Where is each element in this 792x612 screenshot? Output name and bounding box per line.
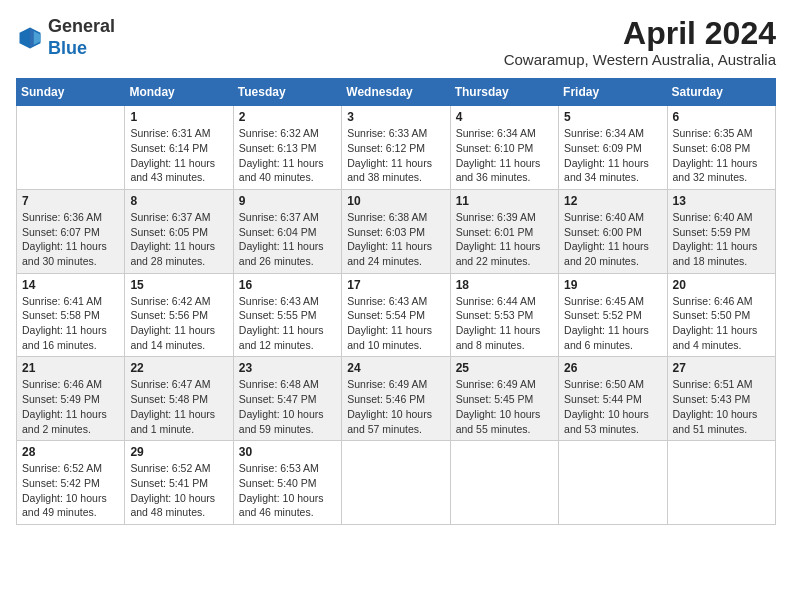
calendar-table: SundayMondayTuesdayWednesdayThursdayFrid…: [16, 78, 776, 525]
calendar-cell: 4Sunrise: 6:34 AM Sunset: 6:10 PM Daylig…: [450, 106, 558, 190]
day-number: 1: [130, 110, 227, 124]
day-info: Sunrise: 6:35 AM Sunset: 6:08 PM Dayligh…: [673, 126, 770, 185]
day-info: Sunrise: 6:51 AM Sunset: 5:43 PM Dayligh…: [673, 377, 770, 436]
day-number: 20: [673, 278, 770, 292]
col-header-tuesday: Tuesday: [233, 79, 341, 106]
calendar-cell: 24Sunrise: 6:49 AM Sunset: 5:46 PM Dayli…: [342, 357, 450, 441]
day-info: Sunrise: 6:46 AM Sunset: 5:49 PM Dayligh…: [22, 377, 119, 436]
day-info: Sunrise: 6:36 AM Sunset: 6:07 PM Dayligh…: [22, 210, 119, 269]
title-block: April 2024 Cowaramup, Western Australia,…: [504, 16, 776, 68]
calendar-week-row: 7Sunrise: 6:36 AM Sunset: 6:07 PM Daylig…: [17, 189, 776, 273]
page-header: General Blue April 2024 Cowaramup, Weste…: [16, 16, 776, 68]
calendar-cell: 18Sunrise: 6:44 AM Sunset: 5:53 PM Dayli…: [450, 273, 558, 357]
day-info: Sunrise: 6:37 AM Sunset: 6:05 PM Dayligh…: [130, 210, 227, 269]
day-number: 5: [564, 110, 661, 124]
day-number: 4: [456, 110, 553, 124]
col-header-wednesday: Wednesday: [342, 79, 450, 106]
calendar-cell: 6Sunrise: 6:35 AM Sunset: 6:08 PM Daylig…: [667, 106, 775, 190]
calendar-cell: 15Sunrise: 6:42 AM Sunset: 5:56 PM Dayli…: [125, 273, 233, 357]
day-info: Sunrise: 6:45 AM Sunset: 5:52 PM Dayligh…: [564, 294, 661, 353]
day-info: Sunrise: 6:44 AM Sunset: 5:53 PM Dayligh…: [456, 294, 553, 353]
calendar-cell: 8Sunrise: 6:37 AM Sunset: 6:05 PM Daylig…: [125, 189, 233, 273]
calendar-cell: [667, 441, 775, 525]
calendar-cell: 29Sunrise: 6:52 AM Sunset: 5:41 PM Dayli…: [125, 441, 233, 525]
day-info: Sunrise: 6:49 AM Sunset: 5:45 PM Dayligh…: [456, 377, 553, 436]
calendar-week-row: 1Sunrise: 6:31 AM Sunset: 6:14 PM Daylig…: [17, 106, 776, 190]
logo-blue-text: Blue: [48, 38, 87, 58]
day-info: Sunrise: 6:40 AM Sunset: 6:00 PM Dayligh…: [564, 210, 661, 269]
calendar-week-row: 28Sunrise: 6:52 AM Sunset: 5:42 PM Dayli…: [17, 441, 776, 525]
calendar-week-row: 14Sunrise: 6:41 AM Sunset: 5:58 PM Dayli…: [17, 273, 776, 357]
calendar-cell: 10Sunrise: 6:38 AM Sunset: 6:03 PM Dayli…: [342, 189, 450, 273]
calendar-cell: 28Sunrise: 6:52 AM Sunset: 5:42 PM Dayli…: [17, 441, 125, 525]
day-number: 6: [673, 110, 770, 124]
day-number: 2: [239, 110, 336, 124]
day-number: 28: [22, 445, 119, 459]
calendar-cell: 13Sunrise: 6:40 AM Sunset: 5:59 PM Dayli…: [667, 189, 775, 273]
day-number: 19: [564, 278, 661, 292]
calendar-cell: [450, 441, 558, 525]
calendar-cell: [559, 441, 667, 525]
col-header-saturday: Saturday: [667, 79, 775, 106]
day-number: 15: [130, 278, 227, 292]
day-number: 12: [564, 194, 661, 208]
calendar-cell: 26Sunrise: 6:50 AM Sunset: 5:44 PM Dayli…: [559, 357, 667, 441]
svg-marker-2: [30, 27, 34, 48]
logo: General Blue: [16, 16, 115, 59]
day-info: Sunrise: 6:50 AM Sunset: 5:44 PM Dayligh…: [564, 377, 661, 436]
day-number: 30: [239, 445, 336, 459]
day-number: 23: [239, 361, 336, 375]
day-number: 21: [22, 361, 119, 375]
calendar-cell: 19Sunrise: 6:45 AM Sunset: 5:52 PM Dayli…: [559, 273, 667, 357]
calendar-cell: 25Sunrise: 6:49 AM Sunset: 5:45 PM Dayli…: [450, 357, 558, 441]
day-number: 26: [564, 361, 661, 375]
day-info: Sunrise: 6:34 AM Sunset: 6:10 PM Dayligh…: [456, 126, 553, 185]
day-number: 27: [673, 361, 770, 375]
calendar-cell: 27Sunrise: 6:51 AM Sunset: 5:43 PM Dayli…: [667, 357, 775, 441]
day-info: Sunrise: 6:42 AM Sunset: 5:56 PM Dayligh…: [130, 294, 227, 353]
day-number: 22: [130, 361, 227, 375]
day-number: 10: [347, 194, 444, 208]
day-number: 29: [130, 445, 227, 459]
calendar-cell: 1Sunrise: 6:31 AM Sunset: 6:14 PM Daylig…: [125, 106, 233, 190]
col-header-friday: Friday: [559, 79, 667, 106]
day-number: 25: [456, 361, 553, 375]
calendar-cell: 12Sunrise: 6:40 AM Sunset: 6:00 PM Dayli…: [559, 189, 667, 273]
day-info: Sunrise: 6:39 AM Sunset: 6:01 PM Dayligh…: [456, 210, 553, 269]
day-number: 7: [22, 194, 119, 208]
calendar-cell: 23Sunrise: 6:48 AM Sunset: 5:47 PM Dayli…: [233, 357, 341, 441]
col-header-sunday: Sunday: [17, 79, 125, 106]
day-info: Sunrise: 6:49 AM Sunset: 5:46 PM Dayligh…: [347, 377, 444, 436]
calendar-cell: 2Sunrise: 6:32 AM Sunset: 6:13 PM Daylig…: [233, 106, 341, 190]
day-info: Sunrise: 6:32 AM Sunset: 6:13 PM Dayligh…: [239, 126, 336, 185]
calendar-cell: [17, 106, 125, 190]
day-number: 11: [456, 194, 553, 208]
day-info: Sunrise: 6:48 AM Sunset: 5:47 PM Dayligh…: [239, 377, 336, 436]
day-number: 14: [22, 278, 119, 292]
day-info: Sunrise: 6:52 AM Sunset: 5:41 PM Dayligh…: [130, 461, 227, 520]
day-info: Sunrise: 6:40 AM Sunset: 5:59 PM Dayligh…: [673, 210, 770, 269]
day-number: 8: [130, 194, 227, 208]
logo-general-text: General: [48, 16, 115, 36]
calendar-cell: 16Sunrise: 6:43 AM Sunset: 5:55 PM Dayli…: [233, 273, 341, 357]
col-header-thursday: Thursday: [450, 79, 558, 106]
day-number: 9: [239, 194, 336, 208]
day-number: 17: [347, 278, 444, 292]
calendar-cell: 7Sunrise: 6:36 AM Sunset: 6:07 PM Daylig…: [17, 189, 125, 273]
col-header-monday: Monday: [125, 79, 233, 106]
day-number: 18: [456, 278, 553, 292]
day-info: Sunrise: 6:31 AM Sunset: 6:14 PM Dayligh…: [130, 126, 227, 185]
calendar-cell: 5Sunrise: 6:34 AM Sunset: 6:09 PM Daylig…: [559, 106, 667, 190]
calendar-cell: 30Sunrise: 6:53 AM Sunset: 5:40 PM Dayli…: [233, 441, 341, 525]
calendar-cell: 11Sunrise: 6:39 AM Sunset: 6:01 PM Dayli…: [450, 189, 558, 273]
calendar-cell: 22Sunrise: 6:47 AM Sunset: 5:48 PM Dayli…: [125, 357, 233, 441]
day-number: 16: [239, 278, 336, 292]
day-info: Sunrise: 6:41 AM Sunset: 5:58 PM Dayligh…: [22, 294, 119, 353]
day-info: Sunrise: 6:43 AM Sunset: 5:54 PM Dayligh…: [347, 294, 444, 353]
calendar-cell: 17Sunrise: 6:43 AM Sunset: 5:54 PM Dayli…: [342, 273, 450, 357]
calendar-header-row: SundayMondayTuesdayWednesdayThursdayFrid…: [17, 79, 776, 106]
day-number: 24: [347, 361, 444, 375]
page-subtitle: Cowaramup, Western Australia, Australia: [504, 51, 776, 68]
logo-icon: [16, 24, 44, 52]
calendar-cell: 14Sunrise: 6:41 AM Sunset: 5:58 PM Dayli…: [17, 273, 125, 357]
